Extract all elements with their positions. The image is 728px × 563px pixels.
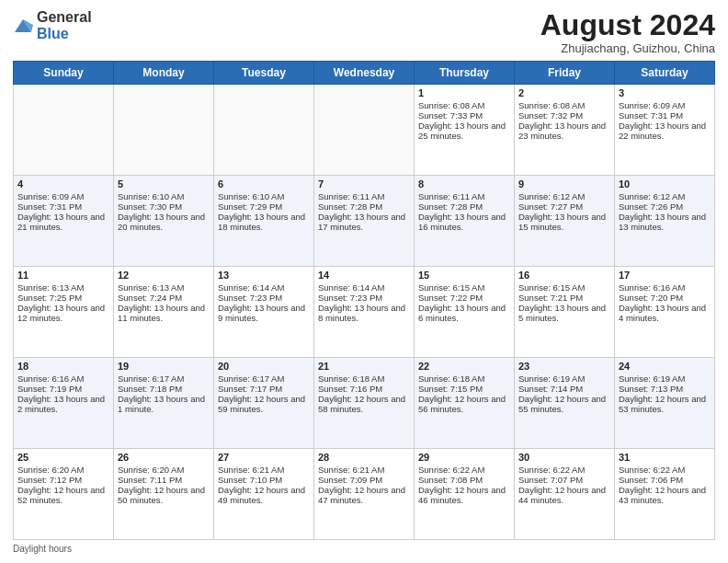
day-info: Sunrise: 6:16 AM — [619, 282, 711, 293]
day-number: 16 — [518, 270, 610, 281]
day-info: Daylight: 12 hours and 58 minutes. — [318, 394, 410, 414]
day-info: Sunrise: 6:21 AM — [218, 465, 310, 475]
calendar-cell: 17Sunrise: 6:16 AMSunset: 7:20 PMDayligh… — [615, 267, 715, 358]
header: General Blue August 2024 Zhujiachang, Gu… — [13, 9, 715, 55]
calendar-cell: 29Sunrise: 6:22 AMSunset: 7:08 PMDayligh… — [415, 449, 515, 540]
day-number: 29 — [418, 452, 510, 463]
day-info: Sunrise: 6:12 AM — [518, 191, 610, 201]
day-info: Daylight: 13 hours and 16 minutes. — [418, 212, 510, 232]
day-number: 15 — [418, 270, 510, 281]
calendar-week-row: 1Sunrise: 6:08 AMSunset: 7:33 PMDaylight… — [14, 85, 715, 176]
day-info: Daylight: 13 hours and 12 minutes. — [17, 303, 109, 323]
calendar-cell: 31Sunrise: 6:22 AMSunset: 7:06 PMDayligh… — [615, 449, 715, 540]
day-info: Daylight: 13 hours and 6 minutes. — [418, 303, 510, 323]
day-info: Sunrise: 6:08 AM — [518, 100, 610, 110]
footer: Daylight hours — [13, 544, 715, 554]
day-info: Sunrise: 6:09 AM — [619, 100, 711, 110]
day-info: Sunset: 7:24 PM — [118, 293, 210, 303]
day-info: Sunrise: 6:22 AM — [518, 465, 610, 475]
day-number: 13 — [218, 270, 310, 281]
page: General Blue August 2024 Zhujiachang, Gu… — [0, 0, 728, 563]
day-info: Daylight: 13 hours and 1 minute. — [118, 394, 210, 414]
day-info: Daylight: 12 hours and 46 minutes. — [418, 485, 510, 505]
day-info: Sunset: 7:12 PM — [17, 475, 109, 485]
day-header-sunday: Sunday — [14, 62, 114, 85]
calendar-cell: 3Sunrise: 6:09 AMSunset: 7:31 PMDaylight… — [615, 85, 715, 176]
day-number: 30 — [518, 452, 610, 463]
day-info: Daylight: 13 hours and 11 minutes. — [118, 303, 210, 323]
day-info: Sunrise: 6:08 AM — [418, 100, 510, 110]
day-info: Sunset: 7:27 PM — [518, 201, 610, 212]
calendar-week-row: 18Sunrise: 6:16 AMSunset: 7:19 PMDayligh… — [14, 358, 715, 449]
day-number: 27 — [218, 452, 310, 463]
month-year: August 2024 — [540, 9, 715, 41]
calendar-cell: 11Sunrise: 6:13 AMSunset: 7:25 PMDayligh… — [14, 267, 114, 358]
day-info: Daylight: 12 hours and 49 minutes. — [218, 485, 310, 505]
calendar-cell: 23Sunrise: 6:19 AMSunset: 7:14 PMDayligh… — [515, 358, 615, 449]
day-number: 2 — [518, 87, 610, 98]
day-info: Sunrise: 6:18 AM — [418, 373, 510, 384]
day-number: 17 — [619, 270, 711, 281]
day-number: 18 — [17, 361, 109, 372]
logo: General Blue — [13, 9, 92, 41]
calendar-cell: 2Sunrise: 6:08 AMSunset: 7:32 PMDaylight… — [515, 85, 615, 176]
calendar-cell: 16Sunrise: 6:15 AMSunset: 7:21 PMDayligh… — [515, 267, 615, 358]
day-header-friday: Friday — [515, 62, 615, 85]
calendar-cell — [14, 85, 114, 176]
day-number: 10 — [619, 178, 711, 190]
day-info: Sunrise: 6:11 AM — [418, 191, 510, 201]
day-info: Sunset: 7:11 PM — [118, 475, 210, 485]
day-info: Daylight: 12 hours and 50 minutes. — [118, 485, 210, 505]
day-info: Sunset: 7:28 PM — [418, 201, 510, 212]
calendar-cell: 8Sunrise: 6:11 AMSunset: 7:28 PMDaylight… — [415, 176, 515, 267]
day-info: Sunset: 7:31 PM — [619, 110, 711, 121]
calendar-cell: 30Sunrise: 6:22 AMSunset: 7:07 PMDayligh… — [515, 449, 615, 540]
day-info: Sunrise: 6:15 AM — [418, 282, 510, 293]
day-info: Sunrise: 6:17 AM — [118, 373, 210, 384]
day-number: 14 — [318, 270, 410, 281]
calendar-cell: 7Sunrise: 6:11 AMSunset: 7:28 PMDaylight… — [314, 176, 415, 267]
day-number: 8 — [418, 178, 510, 190]
calendar-cell: 19Sunrise: 6:17 AMSunset: 7:18 PMDayligh… — [114, 358, 214, 449]
logo-general: General — [37, 9, 92, 25]
calendar-cell: 24Sunrise: 6:19 AMSunset: 7:13 PMDayligh… — [615, 358, 715, 449]
day-info: Sunrise: 6:15 AM — [518, 282, 610, 293]
day-info: Daylight: 13 hours and 25 minutes. — [418, 121, 510, 141]
calendar-cell: 21Sunrise: 6:18 AMSunset: 7:16 PMDayligh… — [314, 358, 415, 449]
day-header-monday: Monday — [114, 62, 214, 85]
day-number: 22 — [418, 361, 510, 372]
day-number: 12 — [118, 270, 210, 281]
day-info: Sunrise: 6:22 AM — [619, 465, 711, 475]
day-info: Daylight: 13 hours and 15 minutes. — [518, 212, 610, 232]
day-info: Sunset: 7:20 PM — [619, 293, 711, 303]
day-info: Daylight: 13 hours and 21 minutes. — [17, 212, 109, 232]
day-info: Sunset: 7:06 PM — [619, 475, 711, 485]
day-info: Sunrise: 6:19 AM — [518, 373, 610, 384]
calendar-cell — [214, 85, 314, 176]
calendar-header-row: SundayMondayTuesdayWednesdayThursdayFrid… — [14, 62, 715, 85]
day-info: Sunset: 7:08 PM — [418, 475, 510, 485]
day-info: Sunset: 7:15 PM — [418, 384, 510, 394]
day-number: 11 — [17, 270, 109, 281]
calendar-table: SundayMondayTuesdayWednesdayThursdayFrid… — [13, 61, 715, 540]
day-info: Sunset: 7:16 PM — [318, 384, 410, 394]
day-number: 23 — [518, 361, 610, 372]
day-number: 24 — [619, 361, 711, 372]
calendar-cell: 14Sunrise: 6:14 AMSunset: 7:23 PMDayligh… — [314, 267, 415, 358]
day-info: Sunset: 7:14 PM — [518, 384, 610, 394]
day-info: Sunset: 7:10 PM — [218, 475, 310, 485]
calendar-cell: 12Sunrise: 6:13 AMSunset: 7:24 PMDayligh… — [114, 267, 214, 358]
calendar-cell: 27Sunrise: 6:21 AMSunset: 7:10 PMDayligh… — [214, 449, 314, 540]
day-info: Daylight: 13 hours and 8 minutes. — [318, 303, 410, 323]
day-number: 5 — [118, 178, 210, 190]
day-info: Daylight: 13 hours and 23 minutes. — [518, 121, 610, 141]
day-info: Sunrise: 6:20 AM — [17, 465, 109, 475]
day-info: Sunrise: 6:10 AM — [218, 191, 310, 201]
calendar-cell: 20Sunrise: 6:17 AMSunset: 7:17 PMDayligh… — [214, 358, 314, 449]
day-info: Sunrise: 6:16 AM — [17, 373, 109, 384]
day-number: 26 — [118, 452, 210, 463]
day-info: Daylight: 13 hours and 2 minutes. — [17, 394, 109, 414]
day-info: Sunset: 7:29 PM — [218, 201, 310, 212]
day-info: Daylight: 13 hours and 13 minutes. — [619, 212, 711, 232]
day-info: Sunrise: 6:13 AM — [17, 282, 109, 293]
